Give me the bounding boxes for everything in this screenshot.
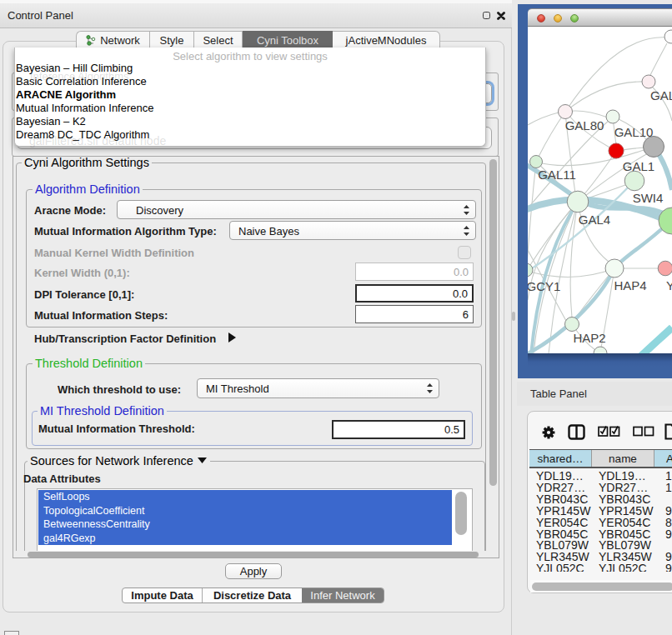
svg-text:GAL80: GAL80 xyxy=(565,118,604,132)
svg-text:HAP2: HAP2 xyxy=(573,331,605,345)
svg-text:GAL11: GAL11 xyxy=(538,168,576,182)
svg-text:YB: YB xyxy=(666,278,672,292)
svg-text:GAL4: GAL4 xyxy=(579,212,610,227)
svg-text:GAL10: GAL10 xyxy=(614,125,654,139)
svg-text:GCY1: GCY1 xyxy=(528,279,560,293)
svg-text:GAL1: GAL1 xyxy=(623,159,654,173)
svg-text:GAL2: GAL2 xyxy=(650,88,672,102)
svg-text:SWI4: SWI4 xyxy=(633,191,664,205)
svg-text:HAP4: HAP4 xyxy=(614,278,646,292)
